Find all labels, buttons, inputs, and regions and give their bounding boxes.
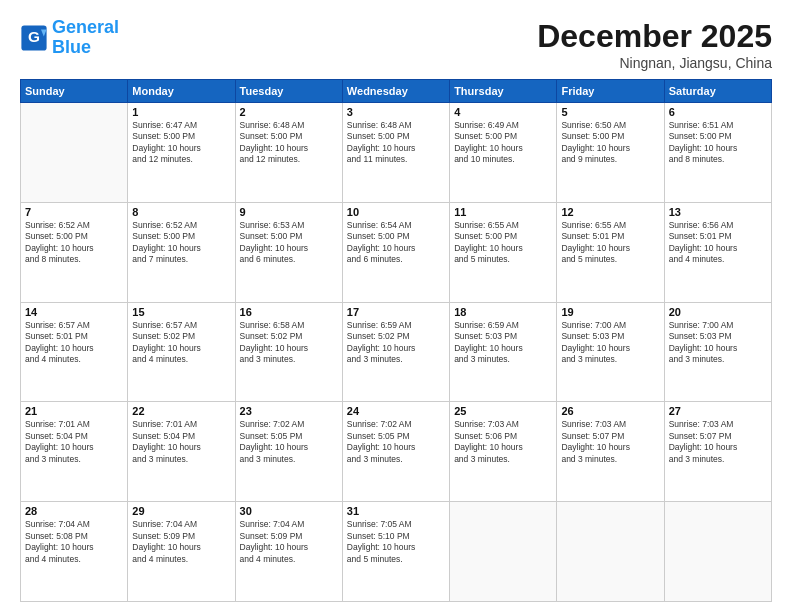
day-info: Sunrise: 6:59 AM Sunset: 5:03 PM Dayligh…	[454, 320, 552, 366]
day-info: Sunrise: 6:48 AM Sunset: 5:00 PM Dayligh…	[240, 120, 338, 166]
logo: G General Blue	[20, 18, 119, 58]
calendar-week-row: 7Sunrise: 6:52 AM Sunset: 5:00 PM Daylig…	[21, 202, 772, 302]
day-info: Sunrise: 6:59 AM Sunset: 5:02 PM Dayligh…	[347, 320, 445, 366]
day-number: 4	[454, 106, 552, 118]
calendar-day-header: Tuesday	[235, 80, 342, 103]
calendar-day-cell: 29Sunrise: 7:04 AM Sunset: 5:09 PM Dayli…	[128, 502, 235, 602]
day-info: Sunrise: 6:51 AM Sunset: 5:00 PM Dayligh…	[669, 120, 767, 166]
calendar-day-cell: 22Sunrise: 7:01 AM Sunset: 5:04 PM Dayli…	[128, 402, 235, 502]
calendar-day-cell: 21Sunrise: 7:01 AM Sunset: 5:04 PM Dayli…	[21, 402, 128, 502]
day-info: Sunrise: 6:57 AM Sunset: 5:02 PM Dayligh…	[132, 320, 230, 366]
day-number: 2	[240, 106, 338, 118]
day-info: Sunrise: 6:55 AM Sunset: 5:01 PM Dayligh…	[561, 220, 659, 266]
calendar-day-cell: 10Sunrise: 6:54 AM Sunset: 5:00 PM Dayli…	[342, 202, 449, 302]
day-info: Sunrise: 6:52 AM Sunset: 5:00 PM Dayligh…	[132, 220, 230, 266]
calendar-day-header: Friday	[557, 80, 664, 103]
day-number: 6	[669, 106, 767, 118]
calendar-day-cell: 20Sunrise: 7:00 AM Sunset: 5:03 PM Dayli…	[664, 302, 771, 402]
calendar-day-cell: 8Sunrise: 6:52 AM Sunset: 5:00 PM Daylig…	[128, 202, 235, 302]
day-info: Sunrise: 6:54 AM Sunset: 5:00 PM Dayligh…	[347, 220, 445, 266]
calendar-day-cell: 18Sunrise: 6:59 AM Sunset: 5:03 PM Dayli…	[450, 302, 557, 402]
day-info: Sunrise: 7:02 AM Sunset: 5:05 PM Dayligh…	[347, 419, 445, 465]
calendar-week-row: 14Sunrise: 6:57 AM Sunset: 5:01 PM Dayli…	[21, 302, 772, 402]
location: Ningnan, Jiangsu, China	[537, 55, 772, 71]
calendar-day-cell	[664, 502, 771, 602]
day-number: 13	[669, 206, 767, 218]
calendar-week-row: 1Sunrise: 6:47 AM Sunset: 5:00 PM Daylig…	[21, 103, 772, 203]
day-info: Sunrise: 6:47 AM Sunset: 5:00 PM Dayligh…	[132, 120, 230, 166]
calendar-day-cell: 24Sunrise: 7:02 AM Sunset: 5:05 PM Dayli…	[342, 402, 449, 502]
calendar-week-row: 28Sunrise: 7:04 AM Sunset: 5:08 PM Dayli…	[21, 502, 772, 602]
svg-text:G: G	[28, 28, 40, 45]
day-info: Sunrise: 6:55 AM Sunset: 5:00 PM Dayligh…	[454, 220, 552, 266]
calendar-day-cell: 1Sunrise: 6:47 AM Sunset: 5:00 PM Daylig…	[128, 103, 235, 203]
calendar-day-cell	[557, 502, 664, 602]
logo-line2: Blue	[52, 37, 91, 57]
calendar-day-cell: 27Sunrise: 7:03 AM Sunset: 5:07 PM Dayli…	[664, 402, 771, 502]
calendar-day-cell: 2Sunrise: 6:48 AM Sunset: 5:00 PM Daylig…	[235, 103, 342, 203]
day-info: Sunrise: 6:50 AM Sunset: 5:00 PM Dayligh…	[561, 120, 659, 166]
day-info: Sunrise: 7:03 AM Sunset: 5:07 PM Dayligh…	[669, 419, 767, 465]
calendar-day-cell: 15Sunrise: 6:57 AM Sunset: 5:02 PM Dayli…	[128, 302, 235, 402]
day-info: Sunrise: 6:48 AM Sunset: 5:00 PM Dayligh…	[347, 120, 445, 166]
calendar-day-header: Sunday	[21, 80, 128, 103]
calendar-day-header: Wednesday	[342, 80, 449, 103]
calendar-day-cell: 9Sunrise: 6:53 AM Sunset: 5:00 PM Daylig…	[235, 202, 342, 302]
calendar-day-header: Saturday	[664, 80, 771, 103]
day-number: 31	[347, 505, 445, 517]
calendar-day-cell: 13Sunrise: 6:56 AM Sunset: 5:01 PM Dayli…	[664, 202, 771, 302]
day-number: 21	[25, 405, 123, 417]
header: G General Blue December 2025 Ningnan, Ji…	[20, 18, 772, 71]
calendar-day-cell: 28Sunrise: 7:04 AM Sunset: 5:08 PM Dayli…	[21, 502, 128, 602]
day-number: 14	[25, 306, 123, 318]
calendar-day-cell: 17Sunrise: 6:59 AM Sunset: 5:02 PM Dayli…	[342, 302, 449, 402]
calendar-header-row: SundayMondayTuesdayWednesdayThursdayFrid…	[21, 80, 772, 103]
day-info: Sunrise: 7:04 AM Sunset: 5:09 PM Dayligh…	[132, 519, 230, 565]
day-info: Sunrise: 7:03 AM Sunset: 5:06 PM Dayligh…	[454, 419, 552, 465]
logo-line1: General	[52, 17, 119, 37]
calendar-day-cell: 26Sunrise: 7:03 AM Sunset: 5:07 PM Dayli…	[557, 402, 664, 502]
calendar-day-header: Monday	[128, 80, 235, 103]
day-number: 16	[240, 306, 338, 318]
logo-icon: G	[20, 24, 48, 52]
day-number: 20	[669, 306, 767, 318]
title-block: December 2025 Ningnan, Jiangsu, China	[537, 18, 772, 71]
day-number: 25	[454, 405, 552, 417]
day-number: 19	[561, 306, 659, 318]
day-number: 5	[561, 106, 659, 118]
day-number: 3	[347, 106, 445, 118]
calendar-day-cell: 23Sunrise: 7:02 AM Sunset: 5:05 PM Dayli…	[235, 402, 342, 502]
day-number: 9	[240, 206, 338, 218]
day-info: Sunrise: 7:01 AM Sunset: 5:04 PM Dayligh…	[132, 419, 230, 465]
day-number: 8	[132, 206, 230, 218]
day-number: 11	[454, 206, 552, 218]
day-number: 26	[561, 405, 659, 417]
day-info: Sunrise: 6:49 AM Sunset: 5:00 PM Dayligh…	[454, 120, 552, 166]
day-info: Sunrise: 6:52 AM Sunset: 5:00 PM Dayligh…	[25, 220, 123, 266]
day-number: 7	[25, 206, 123, 218]
day-number: 17	[347, 306, 445, 318]
day-number: 27	[669, 405, 767, 417]
calendar-day-cell: 16Sunrise: 6:58 AM Sunset: 5:02 PM Dayli…	[235, 302, 342, 402]
day-number: 28	[25, 505, 123, 517]
calendar-day-cell	[450, 502, 557, 602]
calendar-day-cell: 6Sunrise: 6:51 AM Sunset: 5:00 PM Daylig…	[664, 103, 771, 203]
day-number: 18	[454, 306, 552, 318]
day-info: Sunrise: 7:00 AM Sunset: 5:03 PM Dayligh…	[669, 320, 767, 366]
calendar-day-cell: 31Sunrise: 7:05 AM Sunset: 5:10 PM Dayli…	[342, 502, 449, 602]
calendar-day-cell: 12Sunrise: 6:55 AM Sunset: 5:01 PM Dayli…	[557, 202, 664, 302]
day-info: Sunrise: 7:03 AM Sunset: 5:07 PM Dayligh…	[561, 419, 659, 465]
day-number: 15	[132, 306, 230, 318]
day-info: Sunrise: 7:00 AM Sunset: 5:03 PM Dayligh…	[561, 320, 659, 366]
day-info: Sunrise: 7:05 AM Sunset: 5:10 PM Dayligh…	[347, 519, 445, 565]
day-info: Sunrise: 7:04 AM Sunset: 5:08 PM Dayligh…	[25, 519, 123, 565]
calendar-day-cell	[21, 103, 128, 203]
page: G General Blue December 2025 Ningnan, Ji…	[0, 0, 792, 612]
day-info: Sunrise: 6:58 AM Sunset: 5:02 PM Dayligh…	[240, 320, 338, 366]
calendar-day-cell: 19Sunrise: 7:00 AM Sunset: 5:03 PM Dayli…	[557, 302, 664, 402]
day-number: 12	[561, 206, 659, 218]
calendar-day-header: Thursday	[450, 80, 557, 103]
logo-text: General Blue	[52, 18, 119, 58]
day-number: 23	[240, 405, 338, 417]
calendar-day-cell: 14Sunrise: 6:57 AM Sunset: 5:01 PM Dayli…	[21, 302, 128, 402]
